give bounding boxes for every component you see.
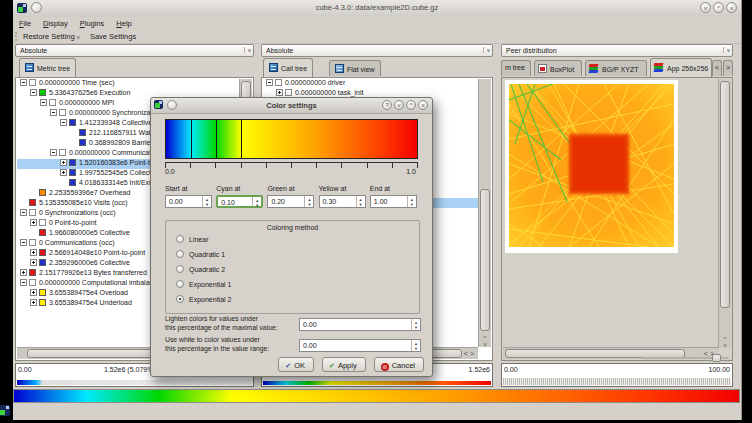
collapse-icon[interactable] (20, 239, 27, 246)
close-icon[interactable]: x (418, 100, 428, 110)
value-color-box[interactable] (39, 289, 46, 296)
tab-bg-p-xyzt[interactable]: BG/P XYZT (585, 60, 647, 76)
tab-call-tree[interactable]: Call tree (263, 58, 313, 77)
system-mode-combo[interactable]: Peer distributionv (501, 44, 733, 57)
scroll-arrows[interactable]: ^v (479, 335, 491, 347)
collapse-icon[interactable] (50, 109, 57, 116)
ok-button[interactable]: ✔OK (278, 357, 314, 372)
expand-icon[interactable] (60, 169, 67, 176)
menu-plugins[interactable]: Plugins (74, 17, 111, 28)
expand-icon[interactable] (30, 289, 37, 296)
value-color-box[interactable] (29, 199, 36, 206)
menu-display[interactable]: Display (37, 17, 74, 28)
cyan-at-spinbox[interactable]: 0.10▲▼ (216, 195, 263, 208)
spin-arrows-icon[interactable]: ▲▼ (407, 196, 416, 207)
cancel-button[interactable]: ⊘Cancel (374, 357, 424, 372)
expand-icon[interactable] (30, 249, 37, 256)
value-checkbox[interactable] (59, 109, 66, 116)
value-color-box[interactable] (69, 159, 76, 166)
radio-exponential-2[interactable]: Exponential 2 (176, 295, 231, 305)
whiten-spinbox[interactable]: 0.00▲▼ (299, 339, 421, 352)
tab-boxplot[interactable]: BoxPlot (534, 60, 582, 76)
radio-icon[interactable] (176, 295, 184, 303)
system-vscrollbar[interactable]: ^v (718, 79, 731, 348)
collapse-icon[interactable] (20, 209, 27, 216)
value-color-box[interactable] (39, 299, 46, 306)
start-at-spinbox[interactable]: 0.00▲▼ (165, 195, 212, 208)
apply-button[interactable]: ✔Apply (322, 357, 366, 372)
spin-arrows-icon[interactable]: ▲▼ (411, 319, 420, 330)
peer-distribution-heatmap[interactable] (509, 84, 674, 247)
tab-flat-view[interactable]: Flat view (329, 60, 381, 76)
spin-arrows-icon[interactable]: ▲▼ (356, 196, 365, 207)
menu-file[interactable]: File (13, 17, 37, 28)
spin-arrows-icon[interactable]: ▲▼ (252, 197, 261, 206)
green-at-spinbox[interactable]: 0.20▲▼ (267, 195, 314, 208)
call-vscrollbar[interactable]: ^v (478, 79, 491, 347)
value-checkbox[interactable] (59, 149, 66, 156)
radio-icon[interactable] (176, 250, 184, 258)
restore-setting-button[interactable]: Restore Setting v (19, 30, 84, 41)
radio-quadratic-1[interactable]: Quadratic 1 (176, 250, 225, 260)
value-color-box[interactable] (39, 189, 46, 196)
value-checkbox[interactable] (29, 209, 36, 216)
value-checkbox[interactable] (49, 99, 56, 106)
maximize-icon[interactable]: ^ (713, 2, 724, 13)
expand-icon[interactable] (20, 269, 27, 276)
collapse-icon[interactable] (20, 279, 27, 286)
radio-icon[interactable] (176, 280, 184, 288)
value-color-box[interactable] (39, 229, 46, 236)
value-color-box[interactable] (29, 269, 36, 276)
radio-icon[interactable] (176, 265, 184, 273)
expand-icon[interactable] (30, 219, 37, 226)
colormap-marker-line[interactable] (241, 120, 242, 158)
maximize-icon[interactable]: ^ (406, 100, 416, 110)
close-icon[interactable]: x (726, 2, 737, 13)
scroll-arrows[interactable]: ^v (719, 336, 731, 348)
colormap-marker-line[interactable] (216, 120, 217, 158)
call-mode-combo[interactable]: Absolutev (261, 44, 493, 57)
collapse-icon[interactable] (20, 79, 27, 86)
expand-icon[interactable] (276, 89, 283, 96)
zoom-slider[interactable] (641, 354, 729, 362)
colormap-marker-line[interactable] (191, 120, 192, 158)
tab-app-256x256[interactable]: App 256x256 (650, 58, 712, 77)
value-color-box[interactable] (39, 259, 46, 266)
menu-help[interactable]: Help (110, 17, 137, 28)
collapse-icon[interactable] (40, 99, 47, 106)
radio-linear[interactable]: Linear (176, 235, 208, 245)
value-checkbox[interactable] (39, 219, 46, 226)
value-color-box[interactable] (79, 139, 86, 146)
titlebar[interactable]: cube-4.3.0: data/example2D.cube.gz v ^ x (13, 0, 741, 18)
expand-icon[interactable] (30, 259, 37, 266)
collapse-icon[interactable] (60, 119, 67, 126)
value-color-box[interactable] (39, 249, 46, 256)
value-checkbox[interactable] (29, 239, 36, 246)
lighten-spinbox[interactable]: 0.00▲▼ (299, 318, 421, 331)
save-settings-button[interactable]: Save Settings (86, 30, 140, 41)
collapse-icon[interactable] (30, 89, 37, 96)
minimize-icon[interactable]: v (700, 2, 711, 13)
tab-scroll-left-icon[interactable]: < (712, 60, 722, 76)
value-checkbox[interactable] (285, 89, 292, 96)
metric-mode-combo[interactable]: Absolutev (15, 44, 254, 57)
radio-icon[interactable] (176, 235, 184, 243)
spin-arrows-icon[interactable]: ▲▼ (304, 196, 313, 207)
scroll-thumb[interactable] (720, 81, 730, 308)
expand-icon[interactable] (60, 159, 67, 166)
shade-icon[interactable]: v (394, 100, 404, 110)
slider-handle[interactable] (712, 354, 721, 362)
yellow-at-spinbox[interactable]: 0.30▲▼ (319, 195, 366, 208)
radio-quadratic-2[interactable]: Quadratic 2 (176, 265, 225, 275)
radio-exponential-1[interactable]: Exponential 1 (176, 280, 231, 290)
expand-icon[interactable] (30, 299, 37, 306)
spin-arrows-icon[interactable]: ▲▼ (411, 340, 420, 351)
toolbar-handle[interactable] (15, 32, 17, 41)
tab-metric-tree[interactable]: Metric tree (19, 58, 76, 77)
dialog-titlebar[interactable]: Color settings ? v ^ x (151, 98, 432, 114)
value-color-box[interactable] (69, 179, 76, 186)
spin-arrows-icon[interactable]: ▲▼ (202, 196, 211, 207)
tree-row[interactable]: 0.000000000 driver (263, 79, 478, 89)
help-icon[interactable]: ? (382, 100, 392, 110)
collapse-icon[interactable] (50, 149, 57, 156)
